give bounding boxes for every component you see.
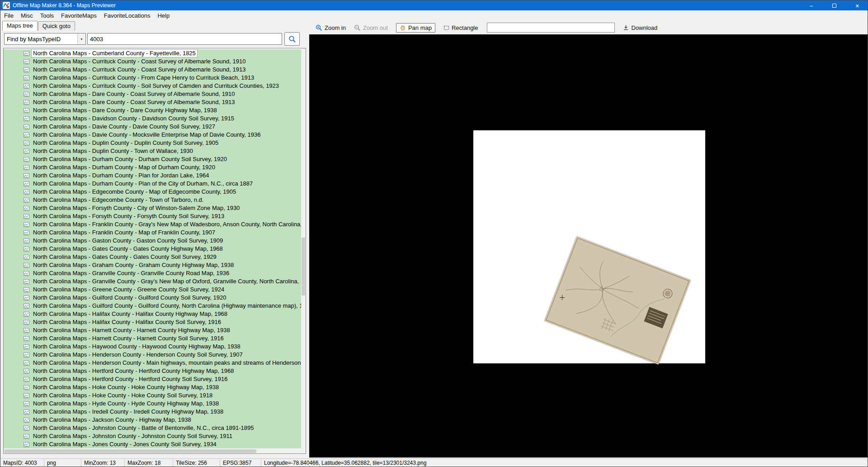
zoom-in-label: Zoom in [325,24,346,31]
map-item-icon [24,173,29,179]
tree-item-label: North Carolina Maps - Granville County -… [32,270,231,277]
tree-item[interactable]: North Carolina Maps - Hertford County - … [4,367,301,375]
tree-item[interactable]: North Carolina Maps - Edgecombe County -… [4,196,301,204]
tree-item-label: North Carolina Maps - Hertford County - … [32,367,235,375]
tree-item[interactable]: North Carolina Maps - Davidson County - … [4,114,301,123]
tree-item[interactable]: North Carolina Maps - Guilford County - … [4,302,301,310]
chevron-down-icon[interactable]: ▼ [77,33,85,44]
tree-item[interactable]: North Carolina Maps - Durham County - Pl… [4,180,301,188]
tree-item[interactable]: North Carolina Maps - Durham County - Du… [4,155,301,163]
tree-item[interactable]: North Carolina Maps - Durham County - Ma… [4,163,301,172]
tree-item[interactable]: North Carolina Maps - Henderson County -… [4,351,301,359]
menu-favoritelocations[interactable]: FavoriteLocations [100,10,154,21]
search-button[interactable] [284,32,300,46]
tree-item[interactable]: North Carolina Maps - Davie County - Dav… [4,123,301,131]
tree-item[interactable]: North Carolina Maps - Greene County - Gr… [4,286,301,294]
tree-item[interactable]: North Carolina Maps - Hertford County - … [4,375,301,383]
app-icon [3,2,10,9]
tree-item[interactable]: North Carolina Maps - Hoke County - Hoke… [4,383,301,391]
tree-item[interactable]: North Carolina Maps - Jackson County - H… [4,416,301,424]
tree-item[interactable]: North Carolina Maps - Franklin County - … [4,220,301,229]
tab-maps-tree[interactable]: Maps tree [2,21,38,31]
zoom-in-button[interactable]: Zoom in [316,24,346,31]
search-input[interactable] [87,33,282,45]
tree-item[interactable]: North Carolina Maps - Duplin County - To… [4,147,301,155]
tree-item[interactable]: North Carolina Maps - Hyde County - Hyde… [4,400,301,408]
tree-item-label: North Carolina Maps - Guilford County - … [32,302,301,310]
tree-item[interactable]: North Carolina Maps - Dare County - Dare… [4,106,301,114]
zoom-out-button[interactable]: Zoom out [354,24,388,31]
vertical-scrollbar-thumb[interactable] [302,238,305,295]
map-item-icon [24,442,29,448]
tree-horizontal-scrollbar[interactable] [4,449,301,453]
minimize-button[interactable]: – [801,0,821,10]
horizontal-scrollbar-thumb[interactable] [4,449,256,453]
tree-item[interactable]: North Carolina Maps - Gates County - Gat… [4,253,301,261]
tree-item[interactable]: North Carolina Maps - Hoke County - Hoke… [4,391,301,400]
rectangle-select-button[interactable]: Rectangle [443,24,478,31]
zoom-out-icon [354,24,361,31]
menu-favoritemaps[interactable]: FavoriteMaps [57,10,100,21]
tree-item[interactable]: North Carolina Maps - Halifax County - H… [4,318,301,326]
menu-tools[interactable]: Tools [37,10,57,21]
tree-item[interactable]: North Carolina Maps - Henderson County -… [4,359,301,367]
tree-item[interactable]: North Carolina Maps - Johnston County - … [4,424,301,432]
tree-item[interactable]: North Carolina Maps - Haywood County - H… [4,343,301,351]
pan-map-toggle[interactable]: Pan map [396,23,435,33]
map-canvas[interactable] [309,34,868,457]
titlebar: Offline Map Maker 8.364 - Maps Previewer… [0,0,868,10]
tree-item[interactable]: North Carolina Maps - Gaston County - Ga… [4,237,301,245]
tree-item[interactable]: North Carolina Maps - Edgecombe County -… [4,188,301,196]
tree-item-label: North Carolina Maps - Harnett County - H… [32,335,225,342]
tree-vertical-scrollbar[interactable] [301,48,306,449]
map-item-icon [24,311,29,317]
tree-item[interactable]: North Carolina Maps - Cumberland County … [4,49,301,57]
tree-item[interactable]: North Carolina Maps - Duplin County - Du… [4,139,301,147]
tree-item[interactable]: North Carolina Maps - Currituck County -… [4,74,301,82]
tree-item-label: North Carolina Maps - Johnston County - … [32,424,255,432]
tree-item-label: North Carolina Maps - Durham County - Ma… [32,164,217,171]
map-item-icon [24,262,29,268]
find-by-dropdown[interactable]: Find by MapsTypeID ▼ [4,33,86,45]
tree-item[interactable]: North Carolina Maps - Halifax County - H… [4,310,301,318]
tree-item-label: North Carolina Maps - Harnett County - H… [32,327,231,334]
window-title: Offline Map Maker 8.364 - Maps Previewer [13,2,116,9]
tree-item[interactable]: North Carolina Maps - Forsyth County - F… [4,212,301,220]
map-item-icon [24,344,29,350]
maximize-button[interactable] [824,0,844,10]
tree-item[interactable]: North Carolina Maps - Johnston County - … [4,432,301,440]
tab-quick-goto[interactable]: Quick goto [38,21,75,31]
tree-item[interactable]: North Carolina Maps - Currituck County -… [4,66,301,74]
map-item-icon [24,51,29,57]
tree-item[interactable]: North Carolina Maps - Granville County -… [4,269,301,277]
menu-help[interactable]: Help [154,10,173,21]
menu-misc[interactable]: Misc [17,10,37,21]
menu-file[interactable]: File [0,10,17,21]
tree-item-label: North Carolina Maps - Davie County - Dav… [32,123,217,130]
rectangle-label: Rectangle [452,24,478,31]
tree-item[interactable]: North Carolina Maps - Dare County - Coas… [4,98,301,106]
tree-item[interactable]: North Carolina Maps - Currituck County -… [4,82,301,90]
tree-item-label: North Carolina Maps - Gaston County - Ga… [32,237,224,244]
tree-item[interactable]: North Carolina Maps - Iredell County - I… [4,408,301,416]
tree-item[interactable]: North Carolina Maps - Franklin County - … [4,229,301,237]
tree-item[interactable]: North Carolina Maps - Davie County - Moc… [4,131,301,139]
tree-item[interactable]: North Carolina Maps - Forsyth County - C… [4,204,301,212]
map-item-icon [24,409,29,415]
toolbar-text-field[interactable] [487,23,615,33]
tree-item[interactable]: North Carolina Maps - Guilford County - … [4,294,301,302]
historic-map-image [544,236,691,364]
download-button[interactable]: Download [623,24,657,31]
tree-item[interactable]: North Carolina Maps - Currituck County -… [4,57,301,66]
tree-item[interactable]: North Carolina Maps - Harnett County - H… [4,326,301,334]
tree-item[interactable]: North Carolina Maps - Jones County - Jon… [4,440,301,448]
tree-item[interactable]: North Carolina Maps - Graham County - Gr… [4,261,301,269]
close-button[interactable]: × [847,0,868,10]
tree-item-label: North Carolina Maps - Dare County - Dare… [32,107,218,114]
tree-item[interactable]: North Carolina Maps - Gates County - Gat… [4,245,301,253]
tree-item[interactable]: North Carolina Maps - Harnett County - H… [4,334,301,343]
tree-item[interactable]: North Carolina Maps - Granville County -… [4,277,301,286]
search-icon [288,35,296,43]
tree-item[interactable]: North Carolina Maps - Durham County - Pl… [4,172,301,180]
tree-item[interactable]: North Carolina Maps - Dare County - Coas… [4,90,301,98]
